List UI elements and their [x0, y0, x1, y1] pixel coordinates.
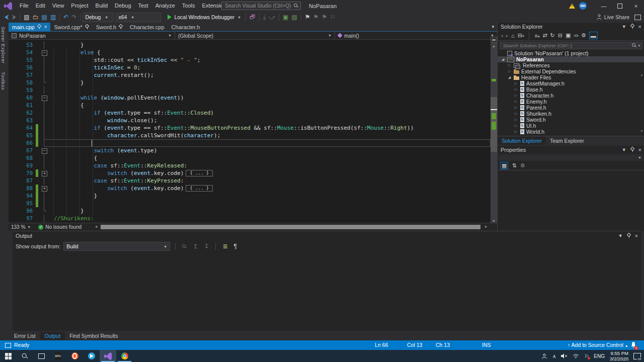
solution-platforms-dropdown[interactable]: x64▼ [116, 13, 161, 22]
line-number[interactable]: 53 [9, 41, 35, 49]
line-number[interactable]: 87 [9, 177, 35, 185]
code-line-60[interactable]: 60− while (window.pollEvent(event)) [9, 94, 491, 102]
pin-icon[interactable] [119, 25, 123, 30]
pending-changes-filter-icon[interactable]: ≡▾ [534, 33, 539, 39]
line-number[interactable]: 69 [9, 162, 35, 169]
clear-bookmarks-icon[interactable]: ⚐ [329, 12, 337, 22]
preview-selected-items-icon[interactable]: ▬ [589, 32, 598, 39]
menu-edit[interactable]: Edit [32, 0, 49, 12]
code-line-88[interactable]: 88+ switch (event.key.code){ ... } [9, 185, 491, 192]
solution-configurations-dropdown[interactable]: Debug▼ [83, 13, 114, 22]
line-number[interactable]: 68 [9, 154, 35, 162]
expand-arrow-icon[interactable]: ▷ [514, 100, 518, 104]
scroll-up-icon[interactable]: ▲ [491, 44, 497, 48]
window-position-icon[interactable]: ▼ [618, 233, 623, 238]
clock[interactable]: 9:55 PM 3/2/2020 [610, 350, 628, 361]
collapsed-region[interactable]: { ... } [186, 170, 213, 176]
tree-item-sword-h[interactable]: ▷hSword.h [498, 117, 644, 123]
taskbar-search-button[interactable] [17, 350, 33, 362]
code-line-96[interactable]: 96 } [9, 207, 491, 215]
navigate-forward-icon[interactable]: ⮞ [11, 12, 18, 22]
navigate-back-icon[interactable]: ⮜ [3, 12, 11, 22]
categorized-icon[interactable]: ▦ [500, 162, 508, 169]
close-button[interactable]: × [628, 0, 644, 12]
menu-view[interactable]: View [49, 0, 68, 12]
chrome-taskbar-button[interactable] [116, 350, 133, 362]
pin-icon[interactable] [85, 25, 89, 30]
scroll-down-icon[interactable]: ▼ [491, 219, 497, 223]
vertical-scrollbar[interactable]: ▲ ▼ [491, 39, 497, 223]
menu-tools[interactable]: Tools [179, 0, 199, 12]
expand-arrow-icon[interactable]: ▷ [514, 130, 518, 134]
code-line-56[interactable]: 56 tickInSec = 0; [9, 64, 491, 71]
zoom-dropdown[interactable]: 133 %▼ [9, 224, 33, 230]
telegram-button[interactable] [83, 350, 100, 362]
language-indicator[interactable]: ENG [594, 353, 605, 359]
save-all-icon[interactable]: ▥ [49, 12, 57, 22]
search-input[interactable] [224, 3, 294, 9]
volume-muted-icon[interactable] [561, 353, 568, 358]
line-number[interactable]: 64 [9, 124, 35, 132]
side-tab-server-explorer[interactable]: Server Explorer [0, 23, 7, 68]
tab-team-explorer[interactable]: Team Explorer [546, 137, 588, 145]
window-position-icon[interactable]: ▼ [622, 24, 626, 29]
toggle-bookmark-icon[interactable]: ⚑ [303, 12, 312, 22]
background-tasks-icon[interactable] [5, 343, 11, 348]
new-project-icon[interactable]: ▧ [22, 12, 31, 22]
fold-collapse-icon[interactable]: − [42, 96, 47, 101]
collapsed-region[interactable]: { ... } [186, 185, 213, 192]
epic-games-button[interactable]: EPIC [50, 350, 66, 362]
tree-item-solution-nopasaran-1-project[interactable]: Solution 'NoPasaran' (1 project) [498, 50, 644, 56]
expand-arrow-icon[interactable]: ▷ [514, 106, 518, 110]
redo-icon[interactable]: ↷ [70, 12, 78, 22]
origin-button[interactable] [66, 350, 83, 362]
tree-item-header-files[interactable]: ◢Header Files [498, 74, 644, 80]
menu-debug[interactable]: Debug [111, 0, 134, 12]
horizontal-scrollbar-thumb[interactable] [101, 225, 480, 229]
clear-all-icon[interactable]: ≣ [221, 241, 229, 251]
tab-solution-explorer[interactable]: Solution Explorer [498, 137, 546, 145]
find-in-files-icon[interactable]: ▣ [281, 12, 290, 22]
line-number[interactable]: 88 [9, 185, 35, 192]
code-line-69[interactable]: 69 case sf::Event::KeyReleased: [9, 162, 491, 169]
code-line-58[interactable]: 58 } [9, 79, 491, 86]
back-icon[interactable]: ◂ [501, 33, 503, 38]
bottom-tab-find-symbol-results[interactable]: Find Symbol Results [65, 332, 122, 340]
tree-item-base-h[interactable]: ▷hBase.h [498, 86, 644, 93]
line-number[interactable]: 55 [9, 56, 35, 64]
collapse-arrow-icon[interactable]: ◢ [507, 75, 512, 79]
code-editor[interactable]: 53 }54− else {55 std::cout << tickInSec … [9, 39, 491, 223]
code-line-87[interactable]: 87 case sf::Event::KeyPressed: [9, 177, 491, 185]
line-number[interactable]: 94 [9, 192, 35, 200]
tree-item-enemy-h[interactable]: ▷hEnemy.h [498, 99, 644, 105]
line-number[interactable]: 57 [9, 71, 35, 79]
switch-views-icon[interactable]: ⊟▾ [518, 32, 524, 39]
warning-icon[interactable]: ! [569, 4, 575, 9]
menu-build[interactable]: Build [92, 0, 111, 12]
search-options-icon[interactable]: ▾ [638, 44, 640, 48]
expand-arrow-icon[interactable]: ▷ [507, 69, 512, 73]
line-number[interactable]: 62 [9, 109, 35, 117]
code-line-54[interactable]: 54− else { [9, 49, 491, 56]
collapse-all-icon[interactable]: ⊟ [558, 32, 562, 39]
properties-icon[interactable]: ⚙ [581, 32, 586, 39]
previous-message-icon[interactable]: ↥ [191, 241, 199, 251]
close-panel-icon[interactable]: × [638, 24, 641, 30]
tree-item-references[interactable]: ▷References [498, 62, 644, 68]
tree-item-assetmanager-h[interactable]: ▷hAssetManager.h [498, 80, 644, 86]
tab-sword-cpp[interactable]: Sword.cpp* [50, 23, 92, 31]
auto-hide-pin-icon[interactable] [630, 24, 634, 29]
property-pages-icon[interactable]: ⚙ [520, 162, 525, 169]
output-source-dropdown[interactable]: Build▼ [63, 242, 170, 251]
line-number[interactable]: 59 [9, 86, 35, 94]
side-tab-toolbox[interactable]: Toolbox [0, 68, 7, 94]
line-number[interactable]: 63 [9, 117, 35, 124]
expand-arrow-icon[interactable]: ▷ [514, 81, 518, 85]
start-button[interactable] [0, 350, 17, 362]
line-number[interactable]: 58 [9, 79, 35, 86]
expand-arrow-icon[interactable]: ▷ [514, 112, 518, 116]
tree-item-shuriken-h[interactable]: ▷hShuriken.h [498, 111, 644, 117]
expand-arrow-icon[interactable]: ▷ [514, 118, 518, 122]
code-line-97[interactable]: 97//Shurikens: [9, 215, 491, 222]
code-line-59[interactable]: 59 [9, 86, 491, 94]
